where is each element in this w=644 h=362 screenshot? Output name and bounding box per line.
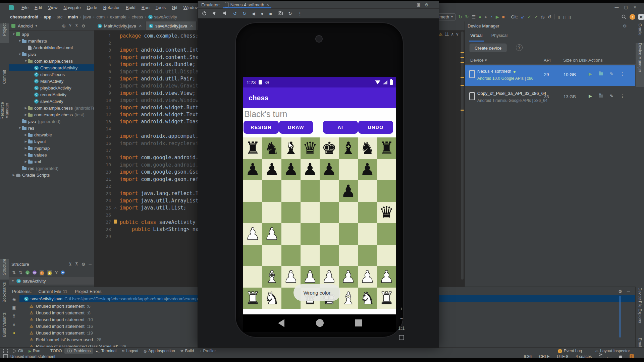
code-line-29[interactable]: 29 bbox=[94, 233, 202, 240]
board-square-a5[interactable] bbox=[243, 202, 262, 223]
hide-panel-icon[interactable]: ─ bbox=[432, 2, 435, 7]
column-header-actions[interactable]: Actions bbox=[588, 58, 603, 63]
code-line-14[interactable]: 14 bbox=[94, 125, 202, 132]
create-device-button[interactable]: Create device bbox=[470, 44, 506, 52]
board-square-c3[interactable] bbox=[281, 245, 301, 266]
tool-stripe-device-manager[interactable]: Device Manager bbox=[636, 43, 644, 87]
code-line-17[interactable]: 17 bbox=[94, 147, 202, 154]
tool-stripe-project[interactable]: Project bbox=[0, 23, 9, 43]
tool-window-button-profiler[interactable]: ◔Profiler bbox=[197, 348, 218, 354]
code-line-7[interactable]: 7import android.util.Pair; bbox=[94, 75, 202, 82]
code-line-16[interactable]: 16import androidx.recyclervie bbox=[94, 140, 202, 147]
tree-item-chessPieces[interactable]: CchessPieces bbox=[9, 71, 94, 78]
window-control-minimize[interactable]: — bbox=[615, 5, 619, 10]
board-square-f7[interactable] bbox=[339, 159, 358, 180]
board-square-g6[interactable] bbox=[358, 180, 377, 202]
home-icon[interactable]: ● bbox=[261, 11, 264, 16]
sort-by-type-icon[interactable]: ⇅ bbox=[12, 270, 16, 275]
board-square-e6[interactable] bbox=[320, 180, 339, 202]
breadcrumb-item-chessandroid[interactable]: chessandroid bbox=[10, 14, 39, 19]
apply-code-changes-icon[interactable]: ↻ bbox=[465, 15, 469, 19]
fit-screen-button[interactable] bbox=[399, 335, 404, 340]
tool-window-button-app-inspection[interactable]: ◎App Inspection bbox=[141, 348, 178, 354]
breadcrumb-item-saveActivity[interactable]: saveActivity bbox=[154, 14, 177, 19]
breadcrumb-item-main[interactable]: main bbox=[68, 14, 78, 19]
more-icon[interactable]: ⋮ bbox=[620, 71, 625, 76]
board-square-c4[interactable] bbox=[281, 223, 301, 245]
board-square-h5[interactable]: ♛ bbox=[377, 202, 396, 223]
locate-file-icon[interactable]: ◎ bbox=[62, 23, 65, 28]
board-square-d5[interactable] bbox=[301, 202, 320, 223]
git-update-icon[interactable]: ↙ bbox=[521, 15, 525, 19]
board-square-h2[interactable]: ♟ bbox=[377, 266, 396, 288]
show-methods-icon[interactable]: m bbox=[33, 270, 37, 275]
window-control-close[interactable]: ✕ bbox=[633, 5, 637, 10]
launch-icon[interactable]: ▶ bbox=[589, 94, 592, 99]
hide-panel-icon[interactable]: ─ bbox=[630, 23, 633, 28]
sort-alpha-icon[interactable]: ⇅ bbox=[19, 270, 22, 275]
board-square-b1[interactable]: ♞ bbox=[262, 288, 281, 309]
show-classes-icon[interactable]: c bbox=[25, 270, 30, 275]
code-line-26[interactable]: 26 bbox=[94, 212, 202, 219]
board-square-g5[interactable] bbox=[358, 202, 377, 223]
tool-stripe-commit[interactable]: Commit bbox=[0, 70, 9, 87]
board-square-g3[interactable] bbox=[358, 245, 377, 266]
board-square-h8[interactable]: ♜ bbox=[377, 137, 396, 159]
zoom-reset-button[interactable]: 1:1 bbox=[398, 325, 405, 331]
tree-chevron[interactable]: ▶ bbox=[23, 106, 28, 110]
sdk-manager-icon[interactable]: ▯ bbox=[569, 15, 571, 19]
coverage-icon[interactable]: ● bbox=[484, 15, 487, 19]
board-square-d4[interactable] bbox=[301, 223, 320, 245]
close-icon[interactable]: ✕ bbox=[266, 3, 269, 7]
update-notification-icon[interactable]: ↑ bbox=[630, 14, 635, 20]
code-line-4[interactable]: 4import android.content.Shar bbox=[94, 54, 202, 61]
board-square-f1[interactable]: ♝ bbox=[339, 288, 358, 309]
close-icon[interactable]: ✕ bbox=[139, 24, 142, 28]
tree-chevron[interactable]: ▶ bbox=[23, 146, 28, 150]
tree-item-values[interactable]: ▶values bbox=[9, 152, 94, 158]
device-manager-tab-virtual[interactable]: Virtual bbox=[470, 33, 483, 42]
menu-item-edit[interactable]: Edit bbox=[32, 5, 45, 10]
board-square-d8[interactable]: ♛ bbox=[301, 137, 320, 159]
home-icon[interactable] bbox=[316, 319, 324, 327]
power-icon[interactable] bbox=[202, 11, 207, 16]
avatar[interactable]: ☻ bbox=[638, 14, 644, 20]
panel-scrollbar[interactable] bbox=[619, 296, 621, 338]
button-ai[interactable]: AI bbox=[323, 121, 358, 134]
inheritance-icon[interactable]: Y bbox=[55, 270, 58, 275]
board-square-b6[interactable] bbox=[262, 180, 281, 202]
tree-chevron[interactable]: ▼ bbox=[23, 59, 28, 63]
expand-all-icon[interactable]: ⊻ bbox=[69, 23, 72, 28]
board-square-c6[interactable] bbox=[281, 180, 301, 202]
profiler-icon[interactable]: ◔ bbox=[490, 15, 493, 19]
snapshots-icon[interactable]: ↻ bbox=[288, 11, 292, 16]
menu-item-tools[interactable]: Tools bbox=[153, 5, 169, 10]
rotate-left-icon[interactable]: ↺ bbox=[233, 11, 237, 16]
board-square-a4[interactable]: ♟ bbox=[243, 223, 262, 245]
code-line-15[interactable]: 15import androidx.appcompat.a bbox=[94, 132, 202, 139]
board-square-e5[interactable] bbox=[320, 202, 339, 223]
gear-icon[interactable]: ⚙ bbox=[623, 23, 627, 28]
rotate-right-icon[interactable]: ↻ bbox=[243, 11, 246, 16]
board-square-e7[interactable]: ♟ bbox=[320, 159, 339, 180]
problems-tab-Current-File[interactable]: Current File11 bbox=[38, 288, 68, 295]
board-square-f4[interactable] bbox=[339, 223, 358, 245]
folder-icon[interactable] bbox=[599, 95, 603, 98]
board-square-g8[interactable]: ♞ bbox=[358, 137, 377, 159]
menu-item-build[interactable]: Build bbox=[123, 5, 139, 10]
code-line-24[interactable]: 24import java.util.ArrayList; bbox=[94, 197, 202, 204]
search-icon[interactable] bbox=[622, 14, 627, 19]
tool-window-button-terminal[interactable]: ▸_Terminal bbox=[93, 348, 119, 354]
board-square-d7[interactable]: ♟ bbox=[301, 159, 320, 180]
fold-icon[interactable]: ⌂ bbox=[114, 206, 117, 210]
launch-icon[interactable]: ▶ bbox=[589, 71, 592, 76]
tree-item-java[interactable]: java(generated) bbox=[9, 118, 94, 125]
editor-tab-MainActivity.java[interactable]: CMainActivity.java✕ bbox=[94, 21, 146, 30]
menu-item-file[interactable]: File bbox=[18, 5, 32, 10]
code-line-22[interactable]: 22 bbox=[94, 183, 202, 190]
gear-icon[interactable]: ⚙ bbox=[425, 2, 429, 7]
board-square-b7[interactable]: ♟ bbox=[262, 159, 281, 180]
editor-tab-saveActivity.java[interactable]: CsaveActivity.java✕ bbox=[146, 21, 197, 30]
code-line-6[interactable]: 6import android.util.Display bbox=[94, 68, 202, 75]
recents-icon[interactable] bbox=[355, 319, 362, 326]
